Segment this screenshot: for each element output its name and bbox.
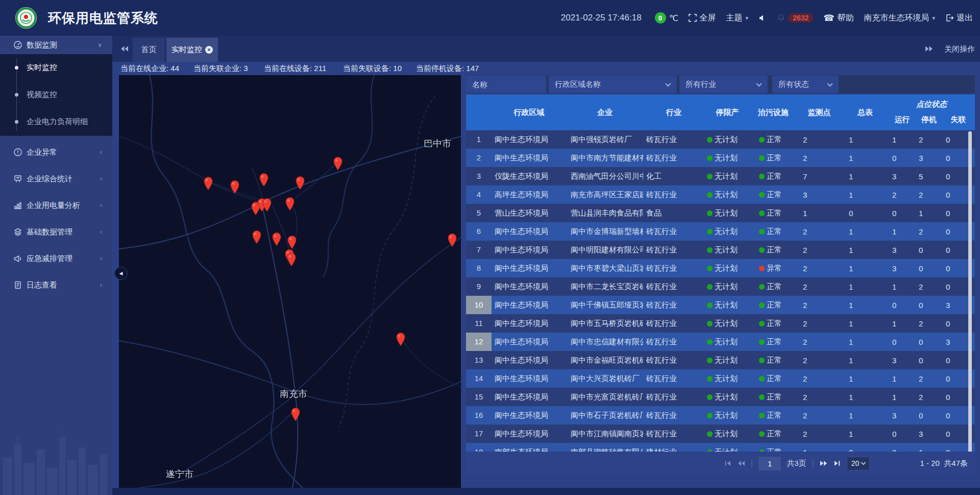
sidebar-item-0[interactable]: 数据监测∨: [0, 36, 112, 54]
bullet-icon: [15, 120, 18, 124]
map-marker-icon[interactable]: [447, 233, 457, 247]
last-page-button[interactable]: [834, 460, 841, 466]
map-marker-icon[interactable]: [396, 332, 406, 346]
cell-stop-status: 无计划: [704, 208, 750, 218]
col-header-stop: 停限产: [704, 95, 750, 130]
sidebar-item-3[interactable]: 企业用电量分析‹: [0, 192, 112, 219]
table-row[interactable]: 15阆中生态环境局阆中市光富页岩机砖厂砖瓦行业无计划正常21120: [466, 388, 975, 406]
logout-button[interactable]: 退出: [945, 13, 973, 23]
theme-dropdown[interactable]: 主题 ▾: [726, 13, 749, 23]
table-row[interactable]: 13阆中生态环境局阆中市金福旺页岩机砖砖瓦行业无计划正常21300: [466, 351, 975, 369]
status-dot-icon: [759, 376, 765, 382]
cell-points: 2: [796, 301, 842, 310]
cell-halt: 2: [916, 282, 942, 291]
map-marker-icon[interactable]: [295, 176, 305, 190]
cell-company: 阆中市金福旺页岩机砖: [567, 356, 643, 365]
tab-home[interactable]: 首页: [133, 38, 165, 62]
prev-page-button[interactable]: [737, 460, 745, 466]
map-marker-icon[interactable]: [230, 180, 240, 194]
map-collapse-handle[interactable]: ◀: [114, 267, 128, 280]
cell-stop-status: 无计划: [704, 319, 750, 328]
close-operations-button[interactable]: 关闭操作: [944, 36, 975, 62]
map-marker-icon[interactable]: [287, 235, 297, 249]
sidebar-subitem-0[interactable]: 实时监控: [0, 54, 112, 81]
status-dot-icon: [759, 137, 765, 143]
cell-meters: 1: [842, 430, 888, 438]
cell-points: 2: [796, 264, 842, 273]
cell-meters: 1: [842, 191, 888, 199]
cell-facility-status: 异常: [750, 264, 796, 273]
mute-button[interactable]: [758, 14, 767, 22]
sidebar-item-5[interactable]: 应急减排管理‹: [0, 245, 112, 272]
row-number: 9: [466, 277, 492, 296]
map-marker-icon[interactable]: [262, 198, 272, 212]
table-row[interactable]: 4高坪生态环境局南充市高坪区王家店建砖瓦行业无计划正常31220: [466, 185, 975, 204]
cell-run: 3: [888, 264, 916, 273]
table-row[interactable]: 8阆中生态环境局阆中市枣碧大梁山页岩砖瓦行业无计划异常21300: [466, 259, 975, 277]
table-row[interactable]: 3仪陇生态环境局西南油气田分公司川中化工无计划正常71350: [466, 167, 975, 185]
table-row[interactable]: 5营山生态环境局营山县润丰肉食品有限食品无计划正常10010: [466, 204, 975, 222]
row-number: 12: [466, 333, 492, 351]
cell-region: 阆中生态环境局: [492, 135, 567, 145]
org-dropdown[interactable]: 南充市生态环境局 ▾: [864, 13, 935, 23]
table-row[interactable]: 6阆中生态环境局阆中市金博瑞新型墙材砖瓦行业无计划正常21120: [466, 222, 975, 241]
table-row[interactable]: 9阆中生态环境局阆中市二龙长宝页岩砖砖瓦行业无计划正常21120: [466, 277, 975, 296]
map-panel[interactable]: 巴中市南充市遂宁市: [119, 75, 461, 488]
fullscreen-button[interactable]: 全屏: [689, 13, 716, 23]
cell-run: 1: [888, 374, 916, 383]
sidebar-subitem-2[interactable]: 企业电力负荷明细: [0, 108, 112, 135]
table-row[interactable]: 10阆中生态环境局阆中千佛镇五郎垭页岩砖瓦行业无计划正常21003: [466, 296, 975, 314]
cell-facility-status: 正常: [750, 392, 796, 402]
tab-realtime-monitor[interactable]: 实时监控 ×: [166, 38, 218, 62]
tabs-scroll-right-button[interactable]: [925, 36, 934, 62]
map-marker-icon[interactable]: [286, 252, 297, 267]
status-select[interactable]: 所有状态: [772, 76, 839, 93]
map-marker-icon[interactable]: [290, 407, 301, 421]
industry-select[interactable]: 所有行业: [679, 76, 768, 93]
map-marker-icon[interactable]: [272, 232, 282, 246]
table-row[interactable]: 14阆中生态环境局阆中大兴页岩机砖厂砖瓦行业无计划正常21120: [466, 369, 975, 388]
notifications[interactable]: 2632: [777, 13, 813, 22]
help-button[interactable]: ☎ 帮助: [823, 13, 853, 23]
name-search-input[interactable]: [466, 76, 546, 93]
layers-icon: [13, 227, 22, 237]
col-header-lost: 失联: [942, 112, 975, 130]
page-size-select[interactable]: 20: [847, 457, 870, 470]
map-marker-icon[interactable]: [203, 176, 213, 191]
map-marker-icon[interactable]: [333, 156, 343, 171]
status-dot-icon: [759, 266, 765, 271]
tabs-scroll-left-button[interactable]: [120, 36, 129, 62]
map-marker-icon[interactable]: [285, 197, 295, 211]
cell-industry: 砖瓦行业: [643, 227, 704, 237]
status-dot-icon: [759, 321, 765, 326]
row-number: 17: [466, 425, 492, 443]
table-row[interactable]: 12阆中生态环境局阆中市忠信建材有限公砖瓦行业无计划正常21003: [466, 333, 975, 351]
map-marker-icon[interactable]: [259, 173, 269, 187]
cell-region: 阆中生态环境局: [492, 411, 567, 420]
page-number-input[interactable]: 1: [758, 457, 781, 470]
table-row[interactable]: 7阆中生态环境局阆中明阳建材有限公司砖瓦行业无计划正常21300: [466, 241, 975, 259]
map-marker-icon[interactable]: [252, 230, 262, 244]
table-row[interactable]: 1阆中生态环境局阆中强锐页岩砖厂砖瓦行业无计划正常21120: [466, 130, 975, 149]
table-row[interactable]: 16阆中生态环境局阆中市石子页岩机砖厂砖瓦行业无计划正常21300: [466, 406, 975, 425]
tab-close-icon[interactable]: ×: [205, 46, 213, 54]
row-number: 13: [466, 351, 492, 369]
sidebar-subitem-1[interactable]: 视频监控: [0, 81, 112, 108]
table-row[interactable]: 17阆中生态环境局阆中市江南镇阆南页岩砖瓦行业无计划正常21030: [466, 425, 975, 443]
next-page-button[interactable]: [820, 460, 828, 466]
sidebar-item-6[interactable]: 日志查看‹: [0, 272, 112, 298]
cityscape-decoration: [0, 421, 112, 495]
sidebar-item-2[interactable]: 企业综合统计‹: [0, 166, 112, 192]
first-page-button[interactable]: [724, 460, 731, 466]
cell-run: 0: [888, 154, 916, 162]
status-dot-icon: [707, 302, 713, 308]
row-number: 4: [466, 185, 492, 204]
region-select[interactable]: 行政区域名称: [549, 76, 677, 93]
table-row[interactable]: 2阆中生态环境局阆中市南方节能建材有砖瓦行业无计划正常21030: [466, 149, 975, 167]
app-logo: [14, 6, 38, 30]
sidebar-item-1[interactable]: 企业异常‹: [0, 139, 112, 166]
table-row[interactable]: 11阆中生态环境局阆中市五马桥页岩机砖砖瓦行业无计划正常21120: [466, 314, 975, 333]
table-scrollbar[interactable]: [968, 131, 972, 461]
chart-icon: [13, 201, 22, 210]
sidebar-item-4[interactable]: 基础数据管理‹: [0, 219, 112, 245]
